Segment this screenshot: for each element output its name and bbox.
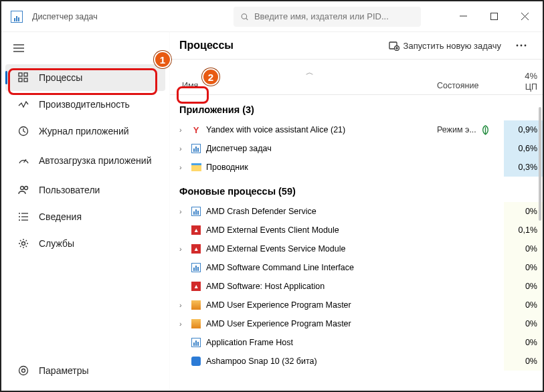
cpu-cell: 0% [504, 296, 543, 314]
taskmgr-icon [190, 143, 202, 154]
run-new-task-button[interactable]: Запустить новую задачу [389, 40, 501, 51]
exe-icon [190, 262, 202, 273]
process-row[interactable]: ›AMD User Experience Program Master0% [170, 314, 543, 333]
expand-icon[interactable]: › [179, 144, 190, 153]
sidebar-item-settings[interactable]: Параметры [5, 357, 165, 384]
search-icon [240, 12, 249, 21]
app-title: Диспетчер задач [32, 12, 98, 21]
amd-red-icon: ▴ [190, 281, 202, 292]
list-icon [17, 211, 29, 223]
process-row[interactable]: ›AMD User Experience Program Master0% [170, 296, 543, 314]
sidebar-item-processes[interactable]: Процессы [5, 64, 165, 91]
svg-point-0 [242, 13, 247, 19]
process-name: Application Frame Host [206, 338, 437, 347]
expand-icon[interactable]: › [179, 301, 190, 309]
sidebar: Процессы Производительность Журнал прило… [1, 32, 170, 391]
cpu-cell: 0% [504, 258, 543, 277]
expand-icon[interactable]: › [179, 245, 190, 253]
expand-icon[interactable]: › [179, 207, 190, 215]
sidebar-item-details[interactable]: Сведения [5, 203, 165, 230]
search-input[interactable] [254, 11, 414, 21]
svg-point-31 [521, 45, 523, 47]
maximize-button[interactable] [478, 6, 509, 27]
group-bg-header: Фоновые процессы (59) [170, 177, 543, 202]
svg-line-1 [246, 18, 248, 19]
svg-point-24 [22, 369, 25, 373]
main-panel: Процессы Запустить новую задачу ︿ Имя Со… [170, 32, 543, 391]
process-row[interactable]: ▴AMD External Events Client Module0,1% [170, 221, 543, 239]
process-row[interactable]: AMD Software Command Line Interface0% [170, 258, 543, 277]
process-row[interactable]: ▴AMD Software: Host Application0% [170, 277, 543, 296]
users-icon [17, 184, 29, 196]
process-name: AMD Crash Defender Service [206, 207, 437, 216]
wave-icon [17, 98, 29, 110]
exe-icon [190, 206, 202, 217]
sidebar-item-label: Службы [39, 238, 74, 249]
column-state[interactable]: Состояние [437, 81, 504, 94]
svg-point-15 [20, 187, 23, 190]
search-box[interactable] [234, 7, 421, 27]
process-row[interactable]: Application Frame Host0% [170, 333, 543, 352]
svg-point-16 [24, 187, 27, 190]
sidebar-item-label: Процессы [39, 72, 82, 83]
column-headers: ︿ Имя Состояние 4% ЦП [170, 59, 543, 95]
cpu-cell: 0,6% [504, 139, 543, 158]
svg-rect-3 [490, 13, 497, 20]
svg-point-25 [19, 367, 28, 375]
sidebar-item-users[interactable]: Пользователи [5, 177, 165, 203]
cpu-cell: 0% [504, 202, 543, 221]
process-name: AMD User Experience Program Master [206, 300, 437, 310]
process-name: AMD Software: Host Application [206, 282, 437, 291]
minimize-button[interactable] [448, 6, 478, 27]
process-name: AMD User Experience Program Master [206, 319, 437, 328]
app-icon [190, 356, 202, 367]
cpu-cell: 0% [504, 239, 543, 258]
cpu-cell: 0% [504, 314, 543, 333]
sidebar-item-services[interactable]: Службы [5, 230, 165, 257]
expand-icon[interactable]: › [179, 126, 190, 134]
close-button[interactable] [509, 6, 540, 27]
svg-rect-11 [19, 78, 22, 82]
cpu-cell: 0% [504, 333, 543, 352]
history-icon [17, 125, 29, 137]
sidebar-item-label: Производительность [39, 99, 130, 110]
expand-icon[interactable]: › [179, 163, 190, 171]
hamburger-button[interactable] [1, 39, 169, 64]
process-name: AMD External Events Client Module [206, 225, 437, 235]
process-row[interactable]: ›AMD Crash Defender Service0% [170, 202, 543, 221]
exe-icon [190, 337, 202, 348]
process-row[interactable]: › Y Yandex with voice assistant Alice (2… [170, 120, 543, 139]
sidebar-item-startup[interactable]: Автозагрузка приложений [5, 144, 165, 177]
process-row[interactable]: › Диспетчер задач 0,6% [170, 139, 543, 158]
page-title: Процессы [179, 39, 234, 52]
gauge-icon [17, 155, 29, 167]
process-name: AMD External Events Service Module [206, 244, 437, 254]
titlebar: Диспетчер задач [1, 1, 543, 32]
sidebar-item-app-history[interactable]: Журнал приложений [5, 118, 165, 144]
cpu-cell: 0,3% [504, 158, 543, 177]
cpu-cell: 0,9% [504, 120, 543, 139]
process-row[interactable]: Ashampoo Snap 10 (32 бита)0% [170, 352, 543, 371]
leaf-icon [480, 125, 490, 135]
cpu-cell: 0% [504, 277, 543, 296]
main-header: Процессы Запустить новую задачу [170, 32, 543, 59]
sidebar-item-label: Параметры [39, 365, 89, 376]
scrollbar[interactable] [539, 107, 541, 387]
sidebar-item-label: Автозагрузка приложений [39, 155, 152, 166]
sidebar-item-label: Пользователи [39, 185, 100, 195]
more-button[interactable] [509, 44, 533, 47]
process-list: Приложения (3) › Y Yandex with voice ass… [170, 95, 543, 371]
expand-icon[interactable]: › [179, 320, 190, 328]
process-row[interactable]: › Проводник 0,3% [170, 158, 543, 177]
settings-icon [17, 365, 29, 377]
app-icon [11, 11, 23, 23]
window-controls [448, 6, 540, 27]
svg-point-30 [517, 45, 519, 47]
process-row[interactable]: ›▴AMD External Events Service Module0% [170, 239, 543, 258]
svg-rect-9 [19, 73, 22, 76]
column-cpu[interactable]: 4% ЦП [504, 60, 543, 94]
sidebar-item-performance[interactable]: Производительность [5, 91, 165, 118]
svg-rect-10 [24, 73, 27, 76]
state-cell: Режим э... [437, 125, 504, 135]
group-apps-header: Приложения (3) [170, 95, 543, 120]
